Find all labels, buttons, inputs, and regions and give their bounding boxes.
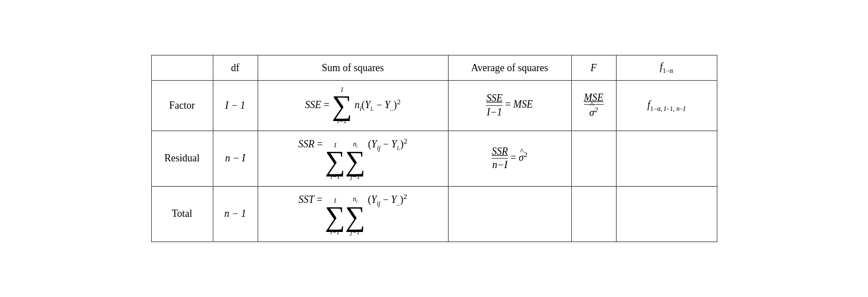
sos-factor: SSE = I ∑ i=1 ni(Yi. − Y..)2: [258, 81, 448, 131]
header-f: F: [571, 55, 616, 81]
header-aos: Average of squares: [448, 55, 571, 81]
falpha-residual: [616, 131, 717, 186]
aos-residual: SSR n−I = σ2: [448, 131, 571, 186]
aos-factor: SSE I−1 = MSE: [448, 81, 571, 131]
label-factor: Factor: [151, 81, 213, 131]
f-total: [571, 186, 616, 242]
sos-residual: SSR = I ∑ i=1 ni ∑ j=1 (Yij − Yi.)2: [258, 131, 448, 186]
f-factor: MSE σ2: [571, 81, 616, 131]
table-row-residual: Residual n − I SSR = I ∑ i=1 ni ∑ j=1: [151, 131, 717, 186]
header-falpha: f1−α: [616, 55, 717, 81]
header-empty: [151, 55, 213, 81]
f-residual: [571, 131, 616, 186]
table-row-factor: Factor I − 1 SSE = I ∑ i=1 ni(Yi. − Y..)…: [151, 81, 717, 131]
label-residual: Residual: [151, 131, 213, 186]
header-df: df: [213, 55, 258, 81]
table-row-total: Total n − 1 SST = I ∑ i=1 ni ∑ j=1 (Y: [151, 186, 717, 242]
falpha-factor: f1−α, I−1, n−I: [616, 81, 717, 131]
sos-total: SST = I ∑ i=1 ni ∑ j=1 (Yij − Y..)2: [258, 186, 448, 242]
header-sos: Sum of squares: [258, 55, 448, 81]
df-residual: n − I: [213, 131, 258, 186]
df-factor: I − 1: [213, 81, 258, 131]
falpha-total: [616, 186, 717, 242]
df-total: n − 1: [213, 186, 258, 242]
aos-total: [448, 186, 571, 242]
label-total: Total: [151, 186, 213, 242]
anova-table: df Sum of squares Average of squares F f…: [151, 55, 717, 242]
